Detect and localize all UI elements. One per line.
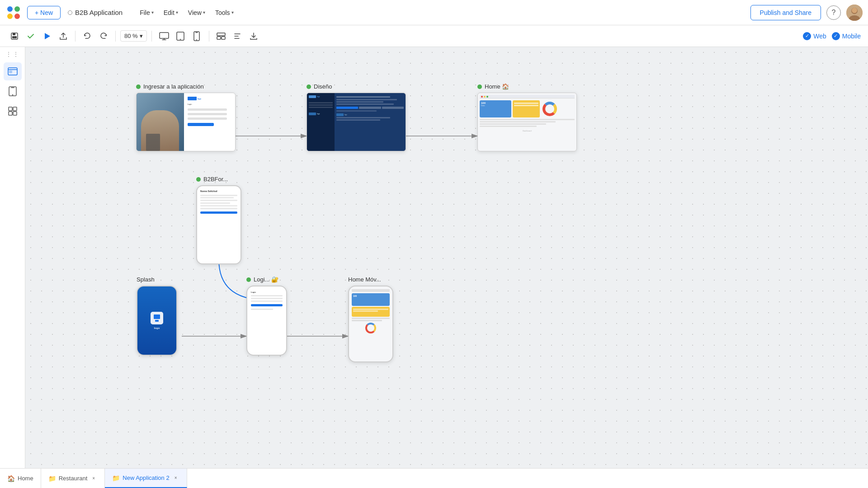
- node-home-mobile[interactable]: Home Móv... 100: [348, 276, 393, 362]
- device-buttons: [156, 29, 204, 43]
- svg-point-3: [14, 14, 20, 19]
- svg-rect-27: [13, 112, 17, 115]
- svg-rect-25: [13, 107, 17, 111]
- svg-rect-9: [13, 33, 15, 35]
- home-tab-icon: 🏠: [7, 475, 15, 482]
- undo-button[interactable]: [80, 29, 94, 43]
- redo-button[interactable]: [96, 29, 111, 43]
- avatar[interactable]: [846, 5, 863, 21]
- align-button[interactable]: [230, 29, 245, 43]
- node-home[interactable]: Home 🏠 100 Data: [477, 83, 577, 151]
- sidebar-drag-handle: ⋮⋮: [5, 51, 20, 58]
- play-button[interactable]: [40, 29, 54, 43]
- chevron-down-icon: ▾: [231, 10, 234, 15]
- app-status-dot: [68, 10, 72, 15]
- menu-view[interactable]: View ▾: [184, 6, 210, 19]
- separator: [209, 31, 209, 42]
- chevron-down-icon: ▾: [176, 10, 178, 15]
- web-toggle[interactable]: ✓ Web: [803, 32, 826, 40]
- svg-rect-17: [217, 33, 225, 36]
- save-button[interactable]: [7, 29, 22, 43]
- mobile-view-button[interactable]: [189, 29, 204, 43]
- tab-restaurant-close[interactable]: ×: [90, 475, 97, 482]
- screen-home-mobile[interactable]: 100: [348, 286, 393, 362]
- node-status-dot: [307, 84, 311, 89]
- screen-login-mobile[interactable]: Login: [246, 286, 287, 356]
- svg-point-1: [14, 6, 20, 12]
- layout-button[interactable]: [214, 29, 228, 43]
- node-label-text: Ingresar a la aplicación: [143, 83, 204, 90]
- zoom-control[interactable]: 80 % ▾: [120, 30, 147, 42]
- tablet-view-button[interactable]: [173, 29, 188, 43]
- tab-restaurant[interactable]: 📁 Restaurant ×: [41, 469, 105, 488]
- node-diseno[interactable]: Diseño logo logo: [307, 83, 406, 151]
- help-icon[interactable]: ?: [826, 5, 841, 20]
- separator: [151, 31, 152, 42]
- screen-home[interactable]: 100 Data D: [477, 93, 577, 151]
- sidebar-item-pages[interactable]: [4, 62, 22, 80]
- app-title: B2B Application: [75, 9, 123, 16]
- node-label-text: Diseño: [314, 83, 332, 90]
- svg-rect-24: [9, 107, 12, 111]
- avatar-image: [846, 5, 863, 21]
- app-title-area: B2B Application: [68, 9, 123, 16]
- chevron-down-icon: ▾: [203, 10, 205, 15]
- restaurant-tab-icon: 📁: [48, 475, 56, 482]
- tab-new-application-2[interactable]: 📁 New Application 2 ×: [105, 469, 187, 488]
- svg-rect-18: [217, 37, 221, 39]
- node-label-text: B2BFor...: [203, 176, 228, 183]
- node-b2bfor[interactable]: B2BFor... Nueva Solicitud: [196, 176, 241, 264]
- menu-tools[interactable]: Tools ▾: [211, 6, 238, 19]
- desktop-view-button[interactable]: [156, 29, 172, 43]
- tab-new-app-close[interactable]: ×: [172, 474, 179, 482]
- screen-b2bfor[interactable]: Nueva Solicitud: [196, 185, 241, 264]
- logo-icon[interactable]: [5, 5, 22, 21]
- mobile-label: Mobile: [842, 33, 861, 40]
- topbar: + New B2B Application File ▾ Edit ▾ View…: [0, 0, 868, 25]
- node-label-text: Home Móv...: [348, 276, 381, 283]
- node-status-dot: [246, 277, 251, 282]
- svg-point-0: [7, 6, 13, 12]
- svg-point-16: [196, 39, 197, 40]
- share-button[interactable]: [56, 29, 71, 43]
- toolbar: 80 % ▾: [0, 25, 868, 47]
- screen-ingresar[interactable]: logo Login: [136, 93, 236, 151]
- sidebar-item-components[interactable]: [4, 102, 22, 120]
- menu-file[interactable]: File ▾: [135, 6, 158, 19]
- screen-splash[interactable]: logo: [137, 286, 177, 356]
- mobile-check-icon: ✓: [832, 32, 840, 40]
- canvas[interactable]: Ingresar a la aplicación logo Login: [25, 47, 868, 468]
- web-mobile-area: ✓ Web ✓ Mobile: [803, 32, 861, 40]
- svg-point-14: [180, 39, 181, 40]
- screen-diseno[interactable]: logo logo: [307, 93, 406, 151]
- nav-menus: File ▾ Edit ▾ View ▾ Tools ▾: [135, 6, 238, 19]
- svg-point-7: [852, 8, 857, 13]
- tab-home-label: Home: [18, 475, 33, 482]
- tab-home[interactable]: 🏠 Home: [0, 469, 41, 488]
- tab-new-app-label: New Application 2: [123, 474, 169, 481]
- svg-rect-35: [155, 320, 159, 322]
- web-check-icon: ✓: [803, 32, 811, 40]
- separator: [115, 31, 116, 42]
- node-login[interactable]: Logi... 🔐 Login: [246, 276, 287, 356]
- svg-point-23: [12, 94, 13, 95]
- svg-marker-11: [45, 33, 50, 39]
- sidebar-item-screens[interactable]: [4, 82, 22, 100]
- menu-edit[interactable]: Edit ▾: [159, 6, 183, 19]
- node-splash[interactable]: Splash logo: [137, 276, 177, 356]
- new-button[interactable]: + New: [27, 6, 61, 19]
- node-status-dot: [196, 177, 201, 182]
- zoom-chevron: ▾: [140, 33, 143, 39]
- check-button[interactable]: [24, 29, 38, 43]
- mobile-toggle[interactable]: ✓ Mobile: [832, 32, 861, 40]
- svg-rect-12: [160, 33, 169, 38]
- download-button[interactable]: [246, 29, 261, 43]
- node-status-dot: [136, 84, 141, 89]
- tab-restaurant-label: Restaurant: [59, 475, 88, 482]
- node-ingresar[interactable]: Ingresar a la aplicación logo Login: [136, 83, 236, 151]
- publish-share-button[interactable]: Publish and Share: [750, 5, 821, 20]
- node-status-dot: [477, 84, 482, 89]
- svg-rect-26: [9, 112, 12, 115]
- svg-rect-19: [222, 37, 225, 39]
- node-label-text: Home 🏠: [485, 83, 509, 90]
